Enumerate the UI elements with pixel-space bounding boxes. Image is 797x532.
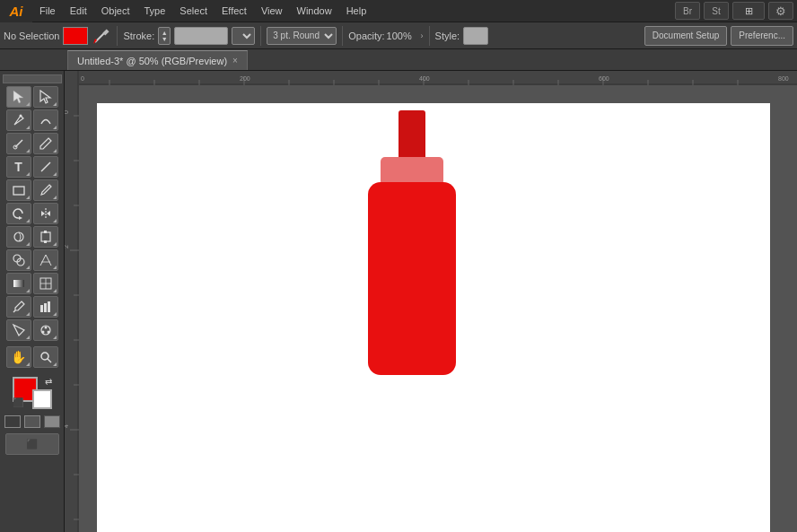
tool-row-4: T xyxy=(6,156,58,178)
menu-view[interactable]: View xyxy=(254,0,290,22)
menu-help[interactable]: Help xyxy=(339,0,374,22)
svg-rect-14 xyxy=(41,232,50,241)
extra-tools-row: ⬛ xyxy=(5,433,59,455)
reset-colors-icon[interactable]: ⬛ xyxy=(13,398,23,407)
stock-icon-btn[interactable]: St xyxy=(704,2,729,20)
menu-select[interactable]: Select xyxy=(172,0,215,22)
mesh-tool[interactable] xyxy=(33,273,58,294)
fill-color-box[interactable] xyxy=(63,27,88,45)
opacity-label: Opacity: xyxy=(348,31,384,41)
svg-rect-28 xyxy=(44,303,47,312)
color-swatches: ⬛ ⇄ xyxy=(4,377,60,428)
svg-line-35 xyxy=(48,359,51,362)
warp-tool[interactable] xyxy=(6,226,31,248)
svg-line-7 xyxy=(41,162,50,171)
document-setup-button[interactable]: Document Setup xyxy=(644,26,728,46)
fullscreen-preview-btn[interactable] xyxy=(44,415,60,428)
brush-size-select[interactable]: 3 pt. Round xyxy=(267,27,337,45)
selection-tool[interactable] xyxy=(6,86,31,108)
svg-rect-22 xyxy=(13,280,24,287)
svg-point-32 xyxy=(41,331,44,334)
tool-row-6 xyxy=(6,203,58,224)
svg-text:0: 0 xyxy=(65,110,69,114)
selection-label: No Selection xyxy=(4,31,59,41)
horizontal-ruler: 0 200 400 600 800 xyxy=(65,71,797,85)
hand-tool[interactable]: ✋ xyxy=(6,346,31,368)
preferences-button[interactable]: Preferenc... xyxy=(731,26,793,46)
mirror-tool[interactable] xyxy=(33,203,58,224)
svg-line-19 xyxy=(40,255,46,266)
stroke-color-box[interactable] xyxy=(174,27,228,45)
pen-tool[interactable] xyxy=(6,109,31,131)
main-area: T xyxy=(0,71,797,532)
svg-marker-12 xyxy=(47,211,50,216)
workspace-switcher[interactable]: ⊞ xyxy=(732,2,765,20)
stroke-spinner[interactable]: ▲ ▼ xyxy=(158,27,171,45)
tool-row-7 xyxy=(6,226,58,248)
stroke-type-select[interactable] xyxy=(232,27,255,45)
bridge-icon-btn[interactable]: Br xyxy=(675,2,700,20)
brush-icon[interactable] xyxy=(92,26,111,46)
normal-mode-btn[interactable] xyxy=(4,415,21,428)
svg-rect-36 xyxy=(65,71,797,85)
opacity-control: Opacity: 100% › xyxy=(348,31,423,41)
pencil-tool[interactable] xyxy=(33,133,58,154)
divider-2 xyxy=(260,26,261,46)
svg-line-26 xyxy=(13,310,15,312)
tool-row-1 xyxy=(6,86,58,108)
menu-effect[interactable]: Effect xyxy=(215,0,254,22)
free-transform-tool[interactable] xyxy=(33,226,58,248)
app-logo: Ai xyxy=(0,0,32,22)
tool-row-5 xyxy=(6,179,58,201)
svg-rect-29 xyxy=(48,301,50,312)
menu-edit[interactable]: Edit xyxy=(63,0,94,22)
menu-type[interactable]: Type xyxy=(137,0,173,22)
artboard xyxy=(97,103,770,532)
swap-colors-icon[interactable]: ⇄ xyxy=(45,377,52,387)
settings-icon-btn[interactable]: ⚙ xyxy=(768,2,793,20)
curvature-tool[interactable] xyxy=(33,109,58,131)
svg-point-33 xyxy=(47,331,49,334)
slice-tool[interactable] xyxy=(6,319,31,341)
menu-object[interactable]: Object xyxy=(94,0,137,22)
opacity-arrow[interactable]: › xyxy=(421,31,424,40)
change-screen-mode-btn[interactable]: ⬛ xyxy=(5,433,59,455)
menu-file[interactable]: File xyxy=(32,0,63,22)
tool-row-hand-zoom: ✋ xyxy=(6,346,58,368)
chart-tool[interactable] xyxy=(33,296,58,318)
opacity-value: 100% xyxy=(387,31,419,41)
tool-row-2 xyxy=(6,109,58,131)
svg-text:4: 4 xyxy=(65,424,69,428)
style-label: Style: xyxy=(435,31,460,41)
symbols-tool[interactable] xyxy=(33,319,58,341)
gradient-tool[interactable] xyxy=(6,273,31,294)
shape-builder-tool[interactable] xyxy=(6,249,31,271)
tool-row-10 xyxy=(6,296,58,318)
anchor-point-tool[interactable] xyxy=(6,133,31,154)
svg-rect-58 xyxy=(65,71,79,532)
svg-text:0: 0 xyxy=(81,75,84,82)
rotate-tool[interactable] xyxy=(6,203,31,224)
direct-selection-tool[interactable] xyxy=(33,86,58,108)
menu-window[interactable]: Window xyxy=(290,0,339,22)
eyedropper-tool[interactable] xyxy=(6,296,31,318)
paintbrush-tool[interactable] xyxy=(33,179,58,201)
perspective-grid-tool[interactable] xyxy=(33,249,58,271)
rectangle-tool[interactable] xyxy=(6,179,31,201)
zoom-tool[interactable] xyxy=(33,346,58,368)
color-pair: ⬛ ⇄ xyxy=(13,377,52,409)
type-tool[interactable]: T xyxy=(6,156,31,178)
extra-tools-area: ⬛ xyxy=(5,433,59,457)
vertical-ruler: 0 2 4 xyxy=(65,71,79,532)
tab-title: Untitled-3* @ 50% (RGB/Preview) xyxy=(77,56,227,66)
svg-rect-27 xyxy=(40,305,43,312)
line-tool[interactable] xyxy=(33,156,58,178)
fullscreen-mode-btn[interactable] xyxy=(24,415,40,428)
tab-close-button[interactable]: × xyxy=(232,56,238,65)
document-tab[interactable]: Untitled-3* @ 50% (RGB/Preview) × xyxy=(67,50,248,70)
svg-point-34 xyxy=(41,353,48,360)
svg-text:400: 400 xyxy=(419,75,430,82)
style-preview[interactable] xyxy=(463,27,488,45)
background-color[interactable] xyxy=(32,389,52,409)
menu-bar: Ai File Edit Object Type Select Effect V… xyxy=(0,0,797,22)
